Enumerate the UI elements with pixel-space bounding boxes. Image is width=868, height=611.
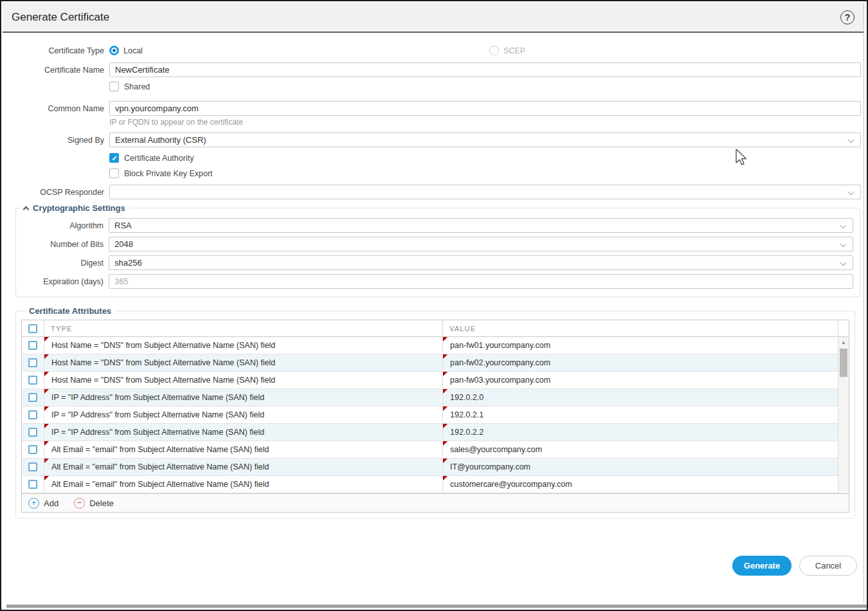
- signed-by-value: External Authority (CSR): [115, 135, 206, 145]
- row-checkbox[interactable]: [28, 393, 37, 402]
- value-column-header[interactable]: VALUE: [442, 320, 838, 336]
- dialog-actions: Generate Cancel: [3, 556, 857, 576]
- type-column-header[interactable]: TYPE: [44, 320, 442, 336]
- signed-by-select[interactable]: External Authority (CSR): [109, 132, 861, 147]
- signed-by-row: Signed By External Authority (CSR): [3, 132, 861, 147]
- row-checkbox[interactable]: [28, 480, 37, 489]
- row-checkbox-cell: [22, 389, 44, 406]
- row-checkbox[interactable]: [28, 358, 37, 367]
- delete-button[interactable]: − Delete: [74, 498, 114, 509]
- modified-marker-icon: [44, 459, 49, 463]
- modified-marker-icon: [443, 337, 448, 342]
- collapse-chevron-icon[interactable]: [23, 206, 30, 213]
- attribute-value-cell[interactable]: pan-fw01.yourcompany.com: [442, 337, 838, 354]
- attribute-type-cell-text: Host Name = "DNS" from Subject Alternati…: [51, 376, 275, 385]
- attribute-value-cell[interactable]: 192.0.2.0: [442, 389, 838, 406]
- dialog-titlebar: Generate Certificate ?: [3, 3, 863, 33]
- row-checkbox[interactable]: [28, 341, 37, 350]
- radio-scep-label: SCEP: [503, 46, 525, 55]
- common-name-input[interactable]: [109, 101, 861, 116]
- plus-circle-icon: +: [28, 498, 39, 509]
- radio-local-label: Local: [123, 46, 143, 55]
- attribute-type-cell[interactable]: Host Name = "DNS" from Subject Alternati…: [44, 337, 442, 354]
- attribute-value-cell-text: pan-fw01.yourcompany.com: [450, 341, 550, 350]
- certificate-authority-row: Certificate Authority: [109, 153, 861, 163]
- minus-circle-icon: −: [74, 498, 85, 509]
- expiration-input[interactable]: [109, 274, 853, 289]
- number-of-bits-select[interactable]: 2048: [109, 237, 853, 251]
- add-button[interactable]: + Add: [28, 498, 59, 509]
- attribute-value-cell-text: customercare@yourcompany.com: [450, 480, 572, 489]
- select-all-checkbox[interactable]: [28, 324, 37, 333]
- attribute-type-cell[interactable]: Alt Email = "email" from Subject Alterna…: [44, 459, 442, 475]
- attribute-type-cell[interactable]: Host Name = "DNS" from Subject Alternati…: [44, 354, 442, 371]
- chevron-down-icon: [840, 223, 847, 229]
- cancel-button[interactable]: Cancel: [799, 556, 857, 576]
- row-checkbox[interactable]: [28, 445, 37, 454]
- radio-scep[interactable]: SCEP: [489, 46, 525, 55]
- attribute-type-cell[interactable]: IP = "IP Address" from Subject Alternati…: [44, 389, 442, 406]
- certificate-name-input[interactable]: [109, 62, 861, 77]
- attribute-type-cell[interactable]: Host Name = "DNS" from Subject Alternati…: [44, 372, 442, 388]
- attribute-value-cell[interactable]: pan-fw03.yourcompany.com: [442, 372, 838, 388]
- row-checkbox[interactable]: [28, 410, 37, 419]
- digest-value: sha256: [114, 258, 142, 268]
- modified-marker-icon: [44, 441, 49, 446]
- algorithm-select[interactable]: RSA: [109, 218, 853, 233]
- attribute-value-cell[interactable]: 192.0.2.2: [442, 424, 838, 441]
- attribute-type-cell[interactable]: Alt Email = "email" from Subject Alterna…: [44, 441, 442, 458]
- certificate-authority-checkbox[interactable]: [109, 153, 119, 163]
- ocsp-responder-row: OCSP Responder: [3, 185, 861, 199]
- modified-marker-icon: [443, 459, 448, 463]
- row-checkbox-cell: [22, 459, 44, 475]
- attribute-value-cell[interactable]: customercare@yourcompany.com: [442, 476, 838, 493]
- number-of-bits-label: Number of Bits: [16, 240, 104, 249]
- attribute-type-cell-text: Host Name = "DNS" from Subject Alternati…: [51, 358, 275, 367]
- chevron-down-icon: [840, 241, 847, 248]
- table-row: Alt Email = "email" from Subject Alterna…: [22, 476, 849, 493]
- row-checkbox-cell: [22, 441, 44, 458]
- modified-marker-icon: [44, 389, 49, 394]
- table-row: Host Name = "DNS" from Subject Alternati…: [22, 337, 849, 354]
- triangle-up-icon: ▲: [841, 340, 846, 345]
- ocsp-responder-select[interactable]: [109, 185, 861, 199]
- attribute-value-cell[interactable]: 192.0.2.1: [442, 406, 838, 423]
- dialog-content: Certificate Type Local SCEP Certificate …: [3, 33, 863, 576]
- row-checkbox-cell: [22, 406, 44, 423]
- block-private-key-label: Block Private Key Export: [124, 169, 213, 178]
- radio-local[interactable]: Local: [109, 46, 143, 55]
- common-name-row: Common Name: [3, 101, 861, 116]
- help-icon[interactable]: ?: [840, 10, 854, 24]
- table-row: Alt Email = "email" from Subject Alterna…: [22, 441, 849, 459]
- certificate-type-label: Certificate Type: [3, 46, 104, 55]
- attribute-type-cell[interactable]: Alt Email = "email" from Subject Alterna…: [44, 476, 442, 493]
- row-checkbox[interactable]: [28, 376, 37, 385]
- row-checkbox[interactable]: [28, 428, 37, 437]
- scroll-up-button[interactable]: ▲: [838, 337, 849, 347]
- attribute-value-cell[interactable]: pan-fw02.yourcompany.com: [442, 354, 838, 371]
- radio-scep-icon: [489, 46, 499, 55]
- row-checkbox-cell: [22, 354, 44, 371]
- scrollbar-thumb[interactable]: [840, 349, 847, 377]
- generate-certificate-dialog: Generate Certificate ? Certificate Type …: [3, 3, 864, 603]
- digest-select[interactable]: sha256: [109, 255, 853, 270]
- row-checkbox-cell: [22, 476, 44, 493]
- table-row: IP = "IP Address" from Subject Alternati…: [22, 424, 849, 441]
- modified-marker-icon: [443, 389, 448, 394]
- common-name-label: Common Name: [3, 104, 104, 113]
- row-checkbox[interactable]: [28, 462, 37, 471]
- attribute-value-cell[interactable]: IT@yourcompany.com: [442, 459, 838, 475]
- attribute-type-cell[interactable]: IP = "IP Address" from Subject Alternati…: [44, 406, 442, 423]
- attribute-value-cell[interactable]: sales@yourcompany.com: [442, 441, 838, 458]
- block-private-key-checkbox[interactable]: [109, 169, 119, 178]
- generate-button[interactable]: Generate: [732, 556, 791, 576]
- table-row: Alt Email = "email" from Subject Alterna…: [22, 459, 849, 476]
- shared-row: Shared: [109, 82, 861, 91]
- signed-by-label: Signed By: [3, 136, 104, 145]
- table-scrollbar[interactable]: ▲: [838, 337, 849, 493]
- attribute-type-cell-text: IP = "IP Address" from Subject Alternati…: [51, 393, 264, 402]
- attribute-type-cell[interactable]: IP = "IP Address" from Subject Alternati…: [44, 424, 442, 441]
- cryptographic-settings-legend: Cryptographic Settings: [21, 203, 131, 213]
- attribute-value-cell-text: IT@yourcompany.com: [450, 462, 530, 471]
- shared-checkbox[interactable]: [109, 82, 119, 91]
